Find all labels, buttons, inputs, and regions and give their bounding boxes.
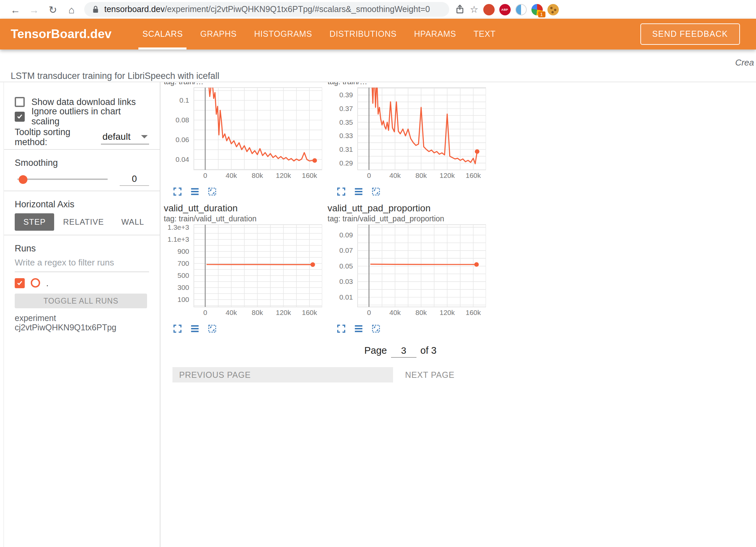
url-bar[interactable]: tensorboard.dev/experiment/cj2vtPiwQHKN9…: [84, 2, 449, 17]
svg-text:500: 500: [177, 271, 189, 279]
svg-text:120k: 120k: [276, 309, 291, 316]
svg-text:0.31: 0.31: [339, 145, 353, 153]
svg-text:40k: 40k: [226, 172, 237, 179]
chart-card: valid_utt_pad_proportion tag: train/vali…: [328, 203, 486, 334]
secondary-toolbar: Crea: [0, 49, 756, 70]
home-icon[interactable]: ⌂: [66, 4, 78, 14]
experiment-id: experiment cj2vtPiwQHKN9Q1tx6PTpg: [15, 314, 149, 332]
adblock-extension-icon[interactable]: [483, 4, 494, 15]
extension-icon[interactable]: [515, 4, 526, 15]
chart-tag: tag: train/…: [328, 82, 486, 86]
settings-sidebar: Show data download links Ignore outliers…: [3, 82, 160, 547]
chart-tag: tag: train/valid_utt_pad_proportion: [328, 214, 486, 223]
forward-icon[interactable]: →: [28, 4, 40, 14]
svg-text:0.29: 0.29: [339, 159, 353, 167]
smoothing-input[interactable]: [120, 173, 149, 186]
axis-relative-button[interactable]: RELATIVE: [54, 213, 113, 231]
chart-data-table-icon[interactable]: [354, 186, 364, 197]
tab-distributions[interactable]: DISTRIBUTIONS: [321, 19, 405, 49]
svg-text:160k: 160k: [466, 309, 481, 316]
bookmark-star-icon[interactable]: ☆: [470, 4, 478, 15]
fit-domain-icon[interactable]: [371, 323, 381, 334]
line-chart: 0.010.030.050.070.09040k80k120k160k: [328, 223, 486, 320]
chart-toolbar: [336, 186, 486, 197]
svg-text:0.05: 0.05: [339, 262, 353, 270]
svg-text:120k: 120k: [439, 172, 455, 179]
svg-text:0.03: 0.03: [339, 278, 353, 285]
tab-scalars[interactable]: SCALARS: [134, 19, 192, 49]
share-icon[interactable]: [455, 4, 465, 15]
send-feedback-button[interactable]: SEND FEEDBACK: [640, 23, 740, 45]
charts-row-clipped: tag: train/… 0.040.060.080.1040k80k120k1…: [164, 82, 756, 203]
main-tabs: SCALARS GRAPHS HISTOGRAMS DISTRIBUTIONS …: [134, 19, 504, 49]
tab-hparams[interactable]: HPARAMS: [405, 19, 465, 49]
svg-text:0.33: 0.33: [339, 132, 353, 139]
axis-step-button[interactable]: STEP: [15, 213, 54, 231]
fit-domain-icon[interactable]: [207, 323, 217, 334]
tab-text[interactable]: TEXT: [465, 19, 504, 49]
tab-graphs[interactable]: GRAPHS: [192, 19, 245, 49]
svg-text:700: 700: [177, 259, 189, 267]
back-icon[interactable]: ←: [9, 4, 21, 14]
browser-actions: ☆ ABP 1: [455, 4, 558, 15]
expand-chart-icon[interactable]: [172, 186, 182, 197]
svg-text:0.39: 0.39: [339, 91, 353, 99]
chart-card: tag: train/… 0.040.060.080.1040k80k120k1…: [164, 82, 322, 203]
expand-chart-icon[interactable]: [172, 323, 182, 334]
svg-text:40k: 40k: [389, 172, 401, 179]
fit-domain-icon[interactable]: [371, 186, 381, 197]
show-download-checkbox[interactable]: [15, 97, 25, 107]
svg-text:160k: 160k: [302, 172, 317, 179]
tooltip-sorting-label: Tooltip sorting method:: [15, 127, 96, 147]
svg-text:100: 100: [177, 296, 189, 303]
chart-toolbar: [172, 323, 322, 334]
chart-data-table-icon[interactable]: [190, 323, 200, 334]
chart-data-table-icon[interactable]: [354, 323, 364, 334]
show-download-label: Show data download links: [31, 97, 136, 107]
fit-domain-icon[interactable]: [207, 186, 217, 197]
ignore-outliers-row[interactable]: Ignore outliers in chart scaling: [15, 109, 149, 124]
page-input[interactable]: [391, 344, 416, 358]
browser-nav: ← → ↻ ⌂: [9, 4, 78, 14]
tooltip-sorting-value: default: [102, 131, 130, 142]
smoothing-slider[interactable]: [17, 179, 108, 180]
svg-text:120k: 120k: [439, 309, 455, 316]
page-label: Page: [364, 345, 387, 356]
tab-histograms[interactable]: HISTOGRAMS: [245, 19, 321, 49]
svg-text:0: 0: [203, 172, 207, 179]
pagination: Page of 3: [364, 344, 756, 358]
abp-extension-icon[interactable]: ABP: [499, 4, 510, 15]
next-page-button[interactable]: NEXT PAGE: [401, 369, 459, 380]
svg-text:0.1: 0.1: [179, 96, 189, 104]
svg-text:80k: 80k: [415, 309, 427, 316]
app-logo[interactable]: TensorBoard.dev: [11, 27, 110, 41]
profile-extension-icon[interactable]: 1: [531, 4, 542, 15]
slider-thumb[interactable]: [19, 175, 27, 184]
svg-text:0.01: 0.01: [339, 293, 353, 301]
runs-filter-input[interactable]: [15, 255, 149, 272]
expand-chart-icon[interactable]: [336, 186, 346, 197]
reload-icon[interactable]: ↻: [47, 4, 59, 14]
expand-chart-icon[interactable]: [336, 323, 346, 334]
toggle-all-runs-button[interactable]: TOGGLE ALL RUNS: [15, 294, 147, 308]
chart-data-table-icon[interactable]: [190, 186, 200, 197]
cookie-extension-icon[interactable]: [547, 4, 558, 15]
app-header: TensorBoard.dev SCALARS GRAPHS HISTOGRAM…: [0, 19, 756, 49]
svg-text:0.37: 0.37: [339, 105, 353, 112]
check-icon: [16, 279, 23, 287]
smoothing-label: Smoothing: [15, 158, 149, 168]
divider: [4, 235, 160, 235]
content: Show data download links Ignore outliers…: [0, 82, 756, 547]
url-path: /experiment/cj2vtPiwQHKN9Q1tx6PTpg/#scal…: [165, 5, 430, 14]
previous-page-button[interactable]: PREVIOUS PAGE: [172, 367, 393, 382]
svg-text:0.08: 0.08: [175, 116, 189, 124]
run-checkbox[interactable]: [15, 278, 25, 288]
svg-text:0.07: 0.07: [339, 246, 353, 254]
axis-wall-button[interactable]: WALL: [113, 213, 153, 231]
svg-text:0: 0: [203, 309, 207, 316]
ignore-outliers-checkbox[interactable]: [15, 111, 25, 121]
run-row[interactable]: .: [15, 276, 149, 290]
tooltip-sorting-select[interactable]: default: [101, 130, 149, 144]
lock-icon: [92, 5, 99, 13]
chevron-down-icon: [141, 135, 148, 138]
